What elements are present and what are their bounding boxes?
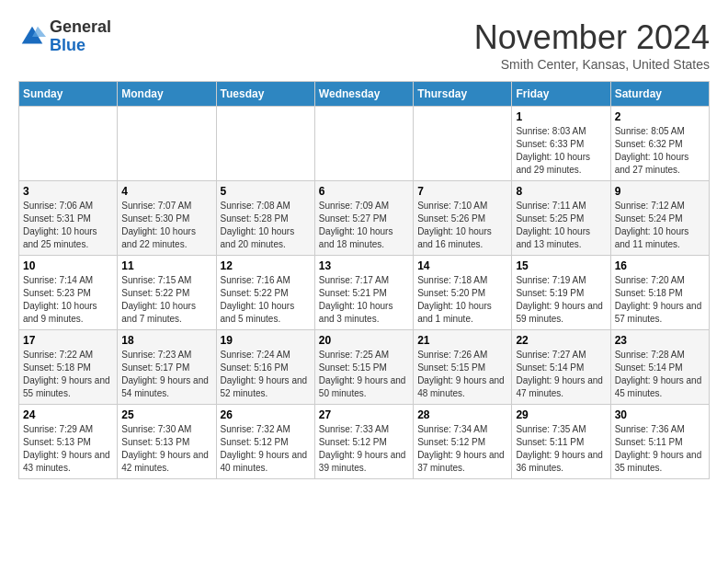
day-info: Sunrise: 7:16 AM Sunset: 5:22 PM Dayligh… xyxy=(221,274,311,326)
week-row-2: 3Sunrise: 7:06 AM Sunset: 5:31 PM Daylig… xyxy=(19,181,710,256)
day-cell: 3Sunrise: 7:06 AM Sunset: 5:31 PM Daylig… xyxy=(19,181,118,256)
header-day-wednesday: Wednesday xyxy=(314,82,413,107)
day-info: Sunrise: 8:03 AM Sunset: 6:33 PM Dayligh… xyxy=(516,125,606,177)
day-info: Sunrise: 7:28 AM Sunset: 5:14 PM Dayligh… xyxy=(615,349,705,400)
day-cell: 13Sunrise: 7:17 AM Sunset: 5:21 PM Dayli… xyxy=(314,256,413,330)
day-number: 15 xyxy=(516,259,606,272)
day-number: 3 xyxy=(23,185,113,198)
calendar-header: SundayMondayTuesdayWednesdayThursdayFrid… xyxy=(19,82,710,107)
day-cell xyxy=(118,107,216,181)
day-info: Sunrise: 7:07 AM Sunset: 5:30 PM Dayligh… xyxy=(121,200,211,251)
day-info: Sunrise: 7:26 AM Sunset: 5:15 PM Dayligh… xyxy=(417,349,507,400)
day-info: Sunrise: 7:35 AM Sunset: 5:11 PM Dayligh… xyxy=(516,423,606,475)
day-number: 20 xyxy=(319,334,409,347)
day-cell: 25Sunrise: 7:30 AM Sunset: 5:13 PM Dayli… xyxy=(118,405,216,479)
logo: General Blue xyxy=(18,18,111,55)
day-number: 10 xyxy=(23,259,113,272)
day-cell: 22Sunrise: 7:27 AM Sunset: 5:14 PM Dayli… xyxy=(512,330,610,405)
logo-icon xyxy=(18,23,46,51)
day-info: Sunrise: 8:05 AM Sunset: 6:32 PM Dayligh… xyxy=(615,125,705,177)
day-cell: 20Sunrise: 7:25 AM Sunset: 5:15 PM Dayli… xyxy=(314,330,413,405)
day-number: 25 xyxy=(121,408,211,421)
location: Smith Center, Kansas, United States xyxy=(474,57,710,72)
day-info: Sunrise: 7:24 AM Sunset: 5:16 PM Dayligh… xyxy=(221,349,311,400)
day-cell: 27Sunrise: 7:33 AM Sunset: 5:12 PM Dayli… xyxy=(314,405,413,479)
day-number: 23 xyxy=(615,334,705,347)
day-cell: 21Sunrise: 7:26 AM Sunset: 5:15 PM Dayli… xyxy=(414,330,512,405)
day-cell: 24Sunrise: 7:29 AM Sunset: 5:13 PM Dayli… xyxy=(19,405,118,479)
day-cell: 12Sunrise: 7:16 AM Sunset: 5:22 PM Dayli… xyxy=(216,256,314,330)
calendar-table: SundayMondayTuesdayWednesdayThursdayFrid… xyxy=(18,81,710,479)
day-number: 28 xyxy=(417,408,507,421)
header-day-sunday: Sunday xyxy=(19,82,118,107)
day-number: 17 xyxy=(23,334,113,347)
title-block: November 2024 Smith Center, Kansas, Unit… xyxy=(474,18,710,72)
header-row: SundayMondayTuesdayWednesdayThursdayFrid… xyxy=(19,82,710,107)
day-number: 9 xyxy=(615,185,705,198)
day-cell xyxy=(19,107,118,181)
day-cell: 16Sunrise: 7:20 AM Sunset: 5:18 PM Dayli… xyxy=(610,256,709,330)
day-cell: 6Sunrise: 7:09 AM Sunset: 5:27 PM Daylig… xyxy=(314,181,413,256)
day-info: Sunrise: 7:17 AM Sunset: 5:21 PM Dayligh… xyxy=(319,274,409,326)
day-cell: 15Sunrise: 7:19 AM Sunset: 5:19 PM Dayli… xyxy=(512,256,610,330)
day-number: 26 xyxy=(221,408,311,421)
day-cell: 23Sunrise: 7:28 AM Sunset: 5:14 PM Dayli… xyxy=(610,330,709,405)
day-number: 30 xyxy=(615,408,705,421)
day-number: 11 xyxy=(121,259,211,272)
day-cell: 29Sunrise: 7:35 AM Sunset: 5:11 PM Dayli… xyxy=(512,405,610,479)
day-number: 14 xyxy=(417,259,507,272)
day-info: Sunrise: 7:32 AM Sunset: 5:12 PM Dayligh… xyxy=(221,423,311,475)
week-row-3: 10Sunrise: 7:14 AM Sunset: 5:23 PM Dayli… xyxy=(19,256,710,330)
day-cell: 18Sunrise: 7:23 AM Sunset: 5:17 PM Dayli… xyxy=(118,330,216,405)
header: General Blue November 2024 Smith Center,… xyxy=(18,18,710,72)
day-info: Sunrise: 7:14 AM Sunset: 5:23 PM Dayligh… xyxy=(23,274,113,326)
day-info: Sunrise: 7:20 AM Sunset: 5:18 PM Dayligh… xyxy=(615,274,705,326)
day-number: 4 xyxy=(121,185,211,198)
header-day-monday: Monday xyxy=(118,82,216,107)
day-cell: 5Sunrise: 7:08 AM Sunset: 5:28 PM Daylig… xyxy=(216,181,314,256)
day-info: Sunrise: 7:19 AM Sunset: 5:19 PM Dayligh… xyxy=(516,274,606,326)
day-info: Sunrise: 7:29 AM Sunset: 5:13 PM Dayligh… xyxy=(23,423,113,475)
day-number: 5 xyxy=(221,185,311,198)
day-number: 12 xyxy=(221,259,311,272)
day-number: 18 xyxy=(121,334,211,347)
day-number: 13 xyxy=(319,259,409,272)
day-number: 22 xyxy=(516,334,606,347)
day-cell: 26Sunrise: 7:32 AM Sunset: 5:12 PM Dayli… xyxy=(216,405,314,479)
day-cell: 19Sunrise: 7:24 AM Sunset: 5:16 PM Dayli… xyxy=(216,330,314,405)
day-cell: 7Sunrise: 7:10 AM Sunset: 5:26 PM Daylig… xyxy=(414,181,512,256)
day-info: Sunrise: 7:11 AM Sunset: 5:25 PM Dayligh… xyxy=(516,200,606,251)
day-cell: 2Sunrise: 8:05 AM Sunset: 6:32 PM Daylig… xyxy=(610,107,709,181)
day-info: Sunrise: 7:18 AM Sunset: 5:20 PM Dayligh… xyxy=(417,274,507,326)
day-cell: 28Sunrise: 7:34 AM Sunset: 5:12 PM Dayli… xyxy=(414,405,512,479)
day-info: Sunrise: 7:06 AM Sunset: 5:31 PM Dayligh… xyxy=(23,200,113,251)
day-number: 8 xyxy=(516,185,606,198)
day-number: 1 xyxy=(516,110,606,123)
day-info: Sunrise: 7:23 AM Sunset: 5:17 PM Dayligh… xyxy=(121,349,211,400)
day-info: Sunrise: 7:22 AM Sunset: 5:18 PM Dayligh… xyxy=(23,349,113,400)
week-row-1: 1Sunrise: 8:03 AM Sunset: 6:33 PM Daylig… xyxy=(19,107,710,181)
header-day-friday: Friday xyxy=(512,82,610,107)
day-info: Sunrise: 7:25 AM Sunset: 5:15 PM Dayligh… xyxy=(319,349,409,400)
day-number: 7 xyxy=(417,185,507,198)
header-day-thursday: Thursday xyxy=(414,82,512,107)
logo-text: General Blue xyxy=(50,18,111,55)
day-cell xyxy=(414,107,512,181)
day-cell: 8Sunrise: 7:11 AM Sunset: 5:25 PM Daylig… xyxy=(512,181,610,256)
day-info: Sunrise: 7:12 AM Sunset: 5:24 PM Dayligh… xyxy=(615,200,705,251)
week-row-5: 24Sunrise: 7:29 AM Sunset: 5:13 PM Dayli… xyxy=(19,405,710,479)
day-cell: 11Sunrise: 7:15 AM Sunset: 5:22 PM Dayli… xyxy=(118,256,216,330)
day-cell: 9Sunrise: 7:12 AM Sunset: 5:24 PM Daylig… xyxy=(610,181,709,256)
day-info: Sunrise: 7:27 AM Sunset: 5:14 PM Dayligh… xyxy=(516,349,606,400)
day-cell: 1Sunrise: 8:03 AM Sunset: 6:33 PM Daylig… xyxy=(512,107,610,181)
day-number: 6 xyxy=(319,185,409,198)
day-info: Sunrise: 7:08 AM Sunset: 5:28 PM Dayligh… xyxy=(221,200,311,251)
month-title: November 2024 xyxy=(474,18,710,57)
day-cell: 30Sunrise: 7:36 AM Sunset: 5:11 PM Dayli… xyxy=(610,405,709,479)
day-number: 2 xyxy=(615,110,705,123)
week-row-4: 17Sunrise: 7:22 AM Sunset: 5:18 PM Dayli… xyxy=(19,330,710,405)
day-info: Sunrise: 7:34 AM Sunset: 5:12 PM Dayligh… xyxy=(417,423,507,475)
day-info: Sunrise: 7:09 AM Sunset: 5:27 PM Dayligh… xyxy=(319,200,409,251)
day-number: 19 xyxy=(221,334,311,347)
day-info: Sunrise: 7:30 AM Sunset: 5:13 PM Dayligh… xyxy=(121,423,211,475)
